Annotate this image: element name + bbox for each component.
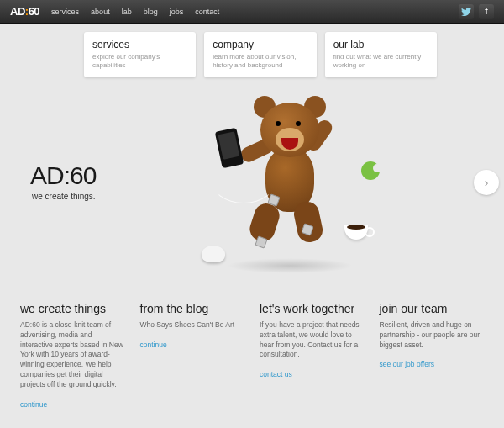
job-offers-link[interactable]: see our job offers bbox=[380, 360, 435, 368]
next-arrow-button[interactable]: › bbox=[474, 170, 499, 195]
col-body: If you have a project that needs extra t… bbox=[260, 320, 365, 361]
card-company[interactable]: company learn more about our vision, his… bbox=[204, 32, 316, 77]
coffee-cup-icon bbox=[344, 225, 368, 240]
col-blog: from the blog Who Says Shoes Can't Be Ar… bbox=[140, 302, 245, 410]
col-join-team: join our team Resilient, driven and huge… bbox=[380, 302, 485, 410]
logo-ad: AD bbox=[10, 5, 25, 18]
col-title: let's work together bbox=[260, 302, 365, 315]
hero-logo: AD:60 we create things. bbox=[30, 161, 96, 201]
hero-tagline: we create things. bbox=[32, 192, 96, 201]
hero-logo-text: AD:60 bbox=[30, 161, 96, 190]
chevron-right-icon: › bbox=[485, 176, 489, 189]
logo[interactable]: AD:60 bbox=[10, 5, 39, 18]
twitter-icon[interactable] bbox=[459, 4, 474, 19]
col-body: Resilient, driven and huge on partnershi… bbox=[380, 320, 485, 351]
hero: AD:60 we create things. › bbox=[0, 77, 504, 292]
col-title: from the blog bbox=[140, 302, 245, 315]
col-title: we create things bbox=[20, 302, 125, 315]
card-desc: find out what we are currently working o… bbox=[333, 53, 428, 71]
logo-sixty: 60 bbox=[29, 5, 39, 18]
col-body: AD:60 is a close-knit team of advertisin… bbox=[20, 320, 125, 390]
card-desc: learn more about our vision, history and… bbox=[213, 53, 307, 71]
col-work-together: let's work together If you have a projec… bbox=[260, 302, 365, 410]
nav-services[interactable]: services bbox=[51, 8, 79, 16]
footer-columns: we create things AD:60 is a close-knit t… bbox=[0, 292, 504, 410]
nav-contact[interactable]: contact bbox=[195, 8, 219, 16]
col-we-create: we create things AD:60 is a close-knit t… bbox=[20, 302, 125, 410]
mouse-icon bbox=[202, 246, 225, 262]
hero-illustration bbox=[176, 77, 395, 288]
nav-about[interactable]: about bbox=[91, 8, 110, 16]
social-links: f bbox=[459, 4, 494, 19]
col-title: join our team bbox=[380, 302, 485, 315]
card-title: our lab bbox=[333, 39, 428, 50]
col-body: Who Says Shoes Can't Be Art bbox=[140, 320, 245, 330]
continue-link[interactable]: continue bbox=[140, 341, 167, 349]
feature-cards: services explore our company's capabilit… bbox=[0, 24, 504, 77]
continue-link[interactable]: continue bbox=[20, 400, 47, 409]
card-title: services bbox=[92, 39, 187, 50]
card-desc: explore our company's capabilities bbox=[92, 53, 187, 71]
card-title: company bbox=[213, 39, 307, 50]
facebook-icon[interactable]: f bbox=[479, 4, 494, 19]
card-lab[interactable]: our lab find out what we are currently w… bbox=[325, 32, 437, 77]
top-nav: AD:60 services about lab blog jobs conta… bbox=[0, 0, 504, 24]
nav-lab[interactable]: lab bbox=[122, 8, 132, 16]
card-services[interactable]: services explore our company's capabilit… bbox=[84, 32, 196, 77]
nav-links: services about lab blog jobs contact bbox=[51, 8, 219, 16]
nav-blog[interactable]: blog bbox=[144, 8, 158, 16]
apple-icon bbox=[361, 161, 380, 180]
contact-us-link[interactable]: contact us bbox=[260, 370, 292, 378]
nav-jobs[interactable]: jobs bbox=[170, 8, 184, 16]
